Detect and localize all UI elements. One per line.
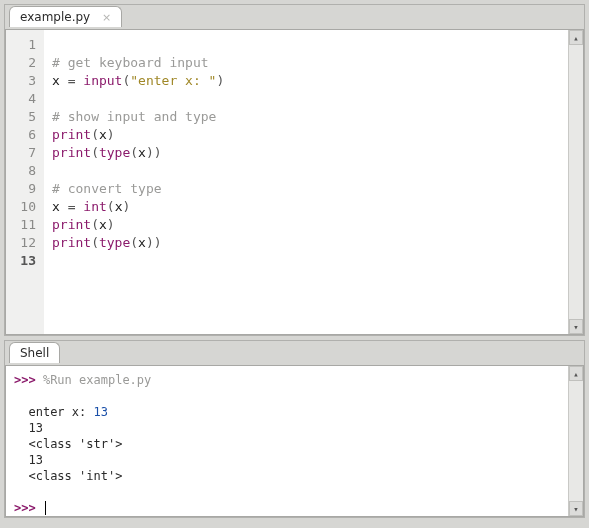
line-number: 4: [12, 90, 36, 108]
code-line: # convert type: [52, 180, 560, 198]
scroll-down-icon[interactable]: ▾: [569, 319, 583, 334]
line-number: 2: [12, 54, 36, 72]
line-number: 8: [12, 162, 36, 180]
editor-scrollbar[interactable]: ▴ ▾: [568, 30, 583, 334]
line-number: 12: [12, 234, 36, 252]
shell-tab-label: Shell: [20, 346, 49, 360]
shell-tab-row: Shell: [5, 341, 584, 365]
line-number: 7: [12, 144, 36, 162]
shell-run-line: >>> %Run example.py: [14, 372, 560, 388]
code-line: [52, 90, 560, 108]
code-area[interactable]: # get keyboard inputx = input("enter x: …: [44, 30, 568, 334]
code-line: [52, 252, 560, 270]
code-line: [52, 36, 560, 54]
shell-scrollbar[interactable]: ▴ ▾: [568, 366, 583, 516]
code-line: # show input and type: [52, 108, 560, 126]
editor-tab-row: example.py ×: [5, 5, 584, 29]
code-line: x = int(x): [52, 198, 560, 216]
shell-blank: [14, 388, 560, 404]
code-line: print(x): [52, 126, 560, 144]
scroll-up-icon[interactable]: ▴: [569, 366, 583, 381]
code-line: print(type(x)): [52, 144, 560, 162]
editor-tab[interactable]: example.py ×: [9, 6, 122, 27]
line-number: 6: [12, 126, 36, 144]
line-gutter: 12345678910111213: [6, 30, 44, 334]
editor-panel: example.py × 12345678910111213 # get key…: [4, 4, 585, 336]
line-number: 13: [12, 252, 36, 270]
line-number: 10: [12, 198, 36, 216]
shell-panel: Shell >>> %Run example.py enter x: 13 13…: [4, 340, 585, 518]
shell-input-line: enter x: 13: [14, 404, 560, 420]
shell-area: >>> %Run example.py enter x: 13 13 <clas…: [5, 365, 584, 517]
shell-output-line: 13: [14, 420, 560, 436]
shell-prompt-line: >>>: [14, 500, 560, 516]
code-line: # get keyboard input: [52, 54, 560, 72]
line-number: 11: [12, 216, 36, 234]
shell-tab[interactable]: Shell: [9, 342, 60, 363]
shell-content[interactable]: >>> %Run example.py enter x: 13 13 <clas…: [6, 366, 568, 516]
code-line: x = input("enter x: "): [52, 72, 560, 90]
code-line: [52, 162, 560, 180]
shell-output-line: <class 'int'>: [14, 468, 560, 484]
scroll-up-icon[interactable]: ▴: [569, 30, 583, 45]
line-number: 9: [12, 180, 36, 198]
line-number: 1: [12, 36, 36, 54]
line-number: 5: [12, 108, 36, 126]
shell-output-line: <class 'str'>: [14, 436, 560, 452]
code-line: print(x): [52, 216, 560, 234]
scroll-down-icon[interactable]: ▾: [569, 501, 583, 516]
shell-output-line: 13: [14, 452, 560, 468]
code-line: print(type(x)): [52, 234, 560, 252]
close-icon[interactable]: ×: [102, 11, 111, 24]
editor-area: 12345678910111213 # get keyboard inputx …: [5, 29, 584, 335]
editor-tab-label: example.py: [20, 10, 90, 24]
shell-blank: [14, 484, 560, 500]
line-number: 3: [12, 72, 36, 90]
